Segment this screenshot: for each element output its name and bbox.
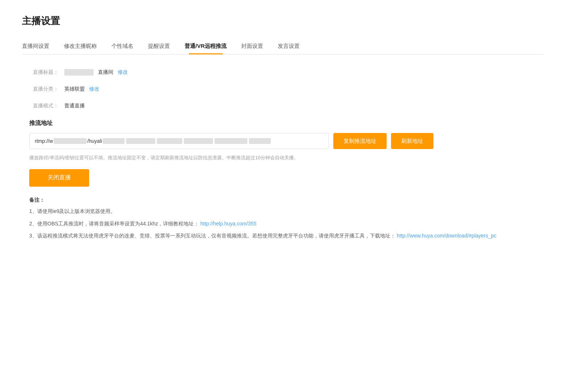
live-title-blurred <box>64 69 94 76</box>
notes-title: 备注： <box>29 197 543 203</box>
close-live-button[interactable]: 关闭直播 <box>29 169 89 187</box>
stream-section: 推流地址 rtmp://w /huyali 复制推流地址 刷新地址 播放路径/串… <box>29 119 543 240</box>
live-category-value: 英雄联盟 修改 <box>64 86 99 92</box>
live-mode-value: 普通直播 <box>64 103 85 109</box>
live-title-room-suffix: 直播间 <box>98 69 113 76</box>
note-item-3-text: 3、该远程推流模式将无法使用虎牙平台的连麦、竞猜、投票等一系列互动玩法，仅有音视… <box>29 233 395 239</box>
tab-stream[interactable]: 普通/VR远程推流 <box>177 38 234 54</box>
url-huyali: /huyali <box>87 138 102 144</box>
page-container: 主播设置 直播间设置 修改主播昵称 个性域名 提醒设置 普通/VR远程推流 封面… <box>0 0 565 392</box>
live-title-edit-link[interactable]: 修改 <box>118 69 128 76</box>
copy-stream-url-button[interactable]: 复制推流地址 <box>333 133 387 149</box>
tab-live-room[interactable]: 直播间设置 <box>22 38 57 54</box>
tab-nickname[interactable]: 修改主播昵称 <box>57 38 104 54</box>
tab-speech[interactable]: 发言设置 <box>270 38 307 54</box>
live-category-label: 直播分类： <box>29 86 58 92</box>
url-blurred-4 <box>157 138 182 144</box>
url-blurred-3 <box>126 138 155 144</box>
stream-url-text: rtmp://w /huyali <box>35 138 272 144</box>
stream-url-row: rtmp://w /huyali 复制推流地址 刷新地址 <box>29 133 543 149</box>
note-item-2-text: 2、使用OBS工具推流时，请将音频采样率设置为44.1khz，详细教程地址： <box>29 221 199 227</box>
url-prefix: rtmp://w <box>35 138 53 144</box>
note-item-1: 1、请使用ie9及以上版本浏览器使用。 <box>29 207 543 216</box>
tab-domain[interactable]: 个性域名 <box>104 38 141 54</box>
note-item-3: 3、该远程推流模式将无法使用虎牙平台的连麦、竞猜、投票等一系列互动玩法，仅有音视… <box>29 232 543 240</box>
note-item-2: 2、使用OBS工具推流时，请将音频采样率设置为44.1khz，详细教程地址： h… <box>29 220 543 228</box>
live-mode-text: 普通直播 <box>64 103 85 109</box>
live-category-edit-link[interactable]: 修改 <box>89 86 99 92</box>
live-category-text: 英雄联盟 <box>64 86 85 92</box>
stream-hint-text: 播放路径/串流码/密钥位置可以不填。推流地址固定不变，请定期刷新推流地址以防信息… <box>29 154 543 162</box>
page-title: 主播设置 <box>22 15 543 27</box>
tab-cover[interactable]: 封面设置 <box>234 38 270 54</box>
notes-section: 备注： 1、请使用ie9及以上版本浏览器使用。 2、使用OBS工具推流时，请将音… <box>29 197 543 240</box>
url-blurred-5 <box>184 138 213 144</box>
live-title-value: 直播间 修改 <box>64 69 128 76</box>
url-blurred-2 <box>103 138 125 144</box>
live-category-row: 直播分类： 英雄联盟 修改 <box>29 86 543 92</box>
url-blurred-1 <box>54 138 87 144</box>
url-blurred-7 <box>249 138 271 144</box>
note-link-1[interactable]: http://help.huya.com/355 <box>200 221 256 227</box>
tab-reminder[interactable]: 提醒设置 <box>141 38 177 54</box>
tab-navigation: 直播间设置 修改主播昵称 个性域名 提醒设置 普通/VR远程推流 封面设置 发言… <box>22 38 543 54</box>
note-link-2[interactable]: http://www.huya.com/download/#players_pc <box>397 233 496 239</box>
form-section: 直播标题： 直播间 修改 直播分类： 英雄联盟 修改 直播模式： 普通直播 <box>22 69 543 109</box>
live-title-label: 直播标题： <box>29 69 58 76</box>
url-blurred-6 <box>215 138 247 144</box>
refresh-url-button[interactable]: 刷新地址 <box>391 133 433 149</box>
stream-url-input-display[interactable]: rtmp://w /huyali <box>29 133 329 149</box>
stream-section-title: 推流地址 <box>29 119 543 127</box>
live-mode-label: 直播模式： <box>29 103 58 109</box>
live-mode-row: 直播模式： 普通直播 <box>29 103 543 109</box>
live-title-row: 直播标题： 直播间 修改 <box>29 69 543 76</box>
